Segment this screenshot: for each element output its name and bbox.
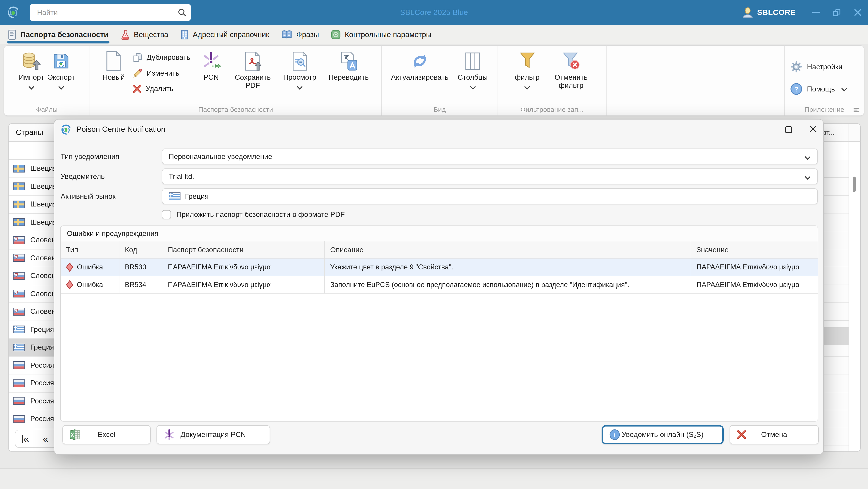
pcn-documentation-button[interactable]: Документация PCN [156,425,270,444]
import-button[interactable]: Импорт [17,49,46,89]
column-header-value[interactable]: Значение [691,241,818,258]
first-page-button[interactable]: « [22,434,29,444]
chevron-down-icon [297,84,303,89]
flag-sweden-icon [13,219,25,226]
error-diamond-icon [66,280,73,289]
columns-button[interactable]: Столбцы [453,49,493,89]
cancel-x-icon [736,429,747,440]
pcn-documentation-label: Документация PCN [181,431,246,439]
export-button[interactable]: Экспорт [46,49,77,89]
restore-icon [833,9,840,16]
notifier-select[interactable]: Trial ltd. [162,168,818,184]
refresh-button[interactable]: Актуализировать [387,49,453,82]
chevron-down-icon [29,84,34,89]
translate-button[interactable]: Переводить [323,49,374,82]
tab-label: Контрольные параметры [345,30,432,39]
notify-online-button[interactable]: i Уведомить онлайн (S₂S) [601,425,724,444]
errors-warnings-title: Ошибки и предупреждения [61,226,818,241]
tab-address-book[interactable]: Адресный справочник [181,25,269,44]
active-market-value: Греция [185,192,209,200]
poison-centre-notification-dialog: Poison Centre Notification Тип уведомлен… [54,119,824,455]
pcn-button[interactable]: PCN [193,49,229,82]
filter-button[interactable]: фильтр [508,49,546,89]
notification-type-select[interactable]: Первоначальное уведомление [162,148,818,164]
flag-slovenia-icon [13,254,25,262]
error-row[interactable]: Ошибка BR534 ΠΑΡΑΔΕΙΓΜΑ Επικίνδυνο μείγμ… [61,276,818,294]
dialog-title-bar: Poison Centre Notification [54,119,823,140]
minimize-button[interactable] [806,0,827,25]
sds-small-buttons: Дублировать Изменить Удалить [130,49,193,93]
active-market-field[interactable]: Греция [162,189,818,204]
error-description: Заполните EuPCS (основное предполагаемое… [325,276,691,293]
error-row-selected[interactable]: Ошибка BR530 ΠΑΡΑΔΕΙΓΜΑ Επικίνδυνο μείγμ… [61,259,818,276]
duplicate-icon [133,53,143,62]
error-code: BR530 [119,259,162,276]
cancel-button[interactable]: Отмена [730,425,819,444]
sblcore-logo-icon [61,124,71,135]
chevron-down-icon [805,174,810,179]
group-options-icon[interactable] [854,108,859,112]
tab-phrases[interactable]: Фразы [281,25,319,44]
ribbon-group-view: Актуализировать Столбцы Вид [382,46,498,115]
settings-label: Настройки [807,63,842,71]
cancel-filter-icon [562,52,580,70]
cancel-filter-label: Отменить фильтр [548,74,594,90]
main-tabs: Паспорта безопасности Вещества Адресный … [0,25,868,45]
titlebar-right: SBLCORE [742,0,868,25]
duplicate-button[interactable]: Дублировать [133,53,190,62]
close-button[interactable] [847,0,868,25]
table-column-divider [848,124,849,452]
tab-label: Паспорта безопасности [20,30,108,39]
tab-label: Адресный справочник [193,30,269,39]
settings-button[interactable]: Настройки [790,61,842,73]
building-icon [181,29,189,39]
column-header-sds[interactable]: Паспорт безопасности [162,241,325,258]
country-name: Швеция [30,218,57,226]
notification-type-label: Тип уведомления [61,148,119,164]
attach-pdf-checkbox[interactable] [162,210,171,219]
edit-button[interactable]: Изменить [133,68,190,78]
ribbon-group-application: Настройки ? Помощь Приложение [784,46,864,115]
window-footer [0,468,868,489]
ribbon-group-label: Файлы [4,106,90,113]
book-icon [281,30,292,39]
flag-greece-icon [169,193,181,200]
help-button[interactable]: ? Помощь [790,83,846,95]
tab-control-parameters[interactable]: Контрольные параметры [331,25,432,44]
sds-document-icon [8,29,16,39]
user-menu[interactable]: SBLCORE [742,6,796,18]
tab-substances[interactable]: Вещества [121,25,168,44]
minimize-icon [812,12,820,13]
save-pdf-button[interactable]: Сохранить PDF [229,49,276,90]
flag-greece-icon [13,344,25,351]
user-name: SBLCORE [757,8,796,17]
flag-slovenia-icon [13,272,25,280]
column-header-countries[interactable]: Страны [16,124,43,142]
delete-button[interactable]: Удалить [133,84,190,93]
ribbon-group-files: Импорт Экспорт Файлы [4,46,90,115]
ribbon-group-label: Паспорта безопасности [90,106,381,113]
previous-page-button[interactable]: « [43,434,49,444]
excel-button[interactable]: Excel [62,425,151,444]
preview-button[interactable]: Просмотр [276,49,323,89]
dialog-close-button[interactable] [809,125,817,134]
restore-button[interactable] [827,0,847,25]
vertical-scrollbar-thumb[interactable] [852,177,856,192]
notifier-label: Уведомитель [61,168,105,184]
dialog-maximize-button[interactable] [785,126,792,133]
search-icon[interactable] [178,8,186,17]
error-value: ΠΑΡΑΔΕΙΓΜΑ Επικίνδυνο μείγμα [691,259,818,276]
tab-safety-data-sheets[interactable]: Паспорта безопасности [8,25,108,44]
filter-funnel-icon [519,52,536,70]
gear-icon [790,61,802,73]
search-input[interactable] [36,8,178,17]
new-button[interactable]: Новый [97,49,130,82]
errors-table-header: Тип Код Паспорт безопасности Описание Зн… [61,241,818,259]
delete-x-icon [133,84,142,93]
cancel-filter-button[interactable]: Отменить фильтр [546,49,596,90]
flag-sweden-icon [13,201,25,208]
column-header-description[interactable]: Описание [325,241,691,258]
refresh-label: Актуализировать [391,74,448,82]
column-header-code[interactable]: Код [119,241,162,258]
column-header-type[interactable]: Тип [61,241,119,258]
